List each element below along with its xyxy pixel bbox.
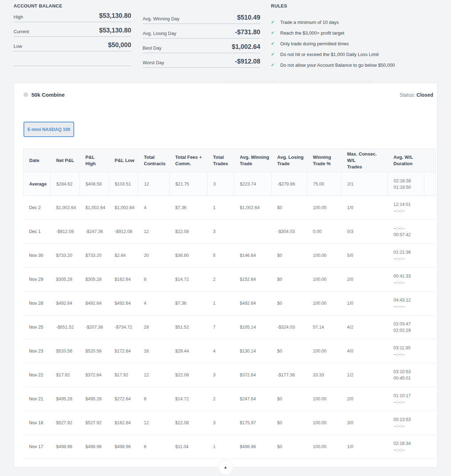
cell-pnl_high: $733.20: [80, 244, 109, 268]
page: ACCOUNT BALANCE High $53,130.80 Current …: [0, 0, 451, 476]
cell-spacer: [424, 435, 436, 459]
column-header: Max. Consec. W/L Trades: [342, 149, 388, 172]
cell-spacer: [424, 172, 436, 196]
cell-trades: 2: [207, 268, 234, 292]
cell-avg_win: [234, 220, 272, 244]
cell-date: Dec 2: [24, 196, 51, 220]
cell-date: Nov 23: [24, 339, 51, 363]
rule-item: ✓ Only trade during permitted times: [271, 40, 439, 47]
cell-duration: 00:41:33--:--:--: [388, 268, 424, 292]
card-title: 50k Combine: [31, 92, 65, 98]
cell-net_pnl: $17.92: [51, 363, 80, 387]
stat-row: Avg, Losing Day -$731.80: [143, 24, 260, 39]
cell-win_pct: 75.00: [307, 172, 342, 196]
tab-emini-nasdaq-100[interactable]: E-mini NASDAQ 100: [24, 122, 74, 137]
column-header: Winning Trade %: [307, 149, 342, 172]
table-header-row: DateNet P&LP&L HighP&L LowTotal Contract…: [24, 149, 436, 172]
rule-item: ✓ Reach the $3,000+ profit target: [271, 30, 439, 36]
balance-rows: High $53,130.80 Current $53,130.80 Low $…: [14, 7, 131, 66]
cell-avg_lose: $0: [272, 196, 307, 220]
cell-trades: 3: [207, 172, 234, 196]
cell-fees: $7.36: [170, 196, 207, 220]
cell-contracts: 12: [138, 220, 170, 244]
cell-avg_win: $1,002.64: [234, 196, 272, 220]
cell-fees: $14.72: [170, 268, 207, 292]
cell-trades: 7: [207, 315, 234, 339]
scroll-to-top-button[interactable]: ▲: [218, 460, 233, 475]
table-row: Dec 1-$912.08-$247.36-$912.0812$22.083-$…: [24, 220, 436, 244]
cell-duration: 04:43:12--:--:--: [388, 292, 424, 315]
cell-avg_win: $175.97: [234, 411, 272, 435]
rules-title: RULES: [271, 3, 287, 9]
stat-value: -$912.08: [235, 58, 260, 65]
cell-avg_lose: $0: [272, 339, 307, 363]
combine-card: 50k Combine Status: Closed E-mini NASDAQ…: [14, 83, 437, 467]
column-header: P&L High: [80, 149, 109, 172]
stat-label: Low: [14, 44, 22, 49]
table-row: Dec 2$1,002.64$1,002.64$1,002.644$7.361$…: [24, 196, 436, 220]
table-row: Nov 29$305.28$305.28$162.648$14.722$152.…: [24, 268, 436, 292]
cell-consec: 4/2: [342, 315, 388, 339]
cell-net_pnl: $305.28: [51, 268, 80, 292]
cell-fees: $29.44: [170, 339, 207, 363]
cell-net_pnl: -$912.08: [51, 220, 80, 244]
table-row: Nov 25-$551.52-$207.36-$734.7228$51.527$…: [24, 315, 436, 339]
cell-date: Dec 1: [24, 220, 51, 244]
cell-pnl_low: $162.64: [109, 268, 138, 292]
cell-date: Nov 30: [24, 244, 51, 268]
stat-row: High $53,130.80: [14, 7, 131, 22]
cell-win_pct: 100.00: [307, 196, 342, 220]
cell-pnl_low: $272.64: [109, 387, 138, 411]
rule-text: Trade a minimum of 10 days: [280, 20, 339, 25]
stat-row: Avg. Winning Day $510.49: [143, 9, 260, 24]
cell-pnl_high: $372.64: [80, 363, 109, 387]
cell-win_pct: 100.00: [307, 292, 342, 315]
card-header: 50k Combine Status: Closed: [24, 92, 433, 98]
rule-text: Do not allow your Account Balance to go …: [280, 62, 395, 68]
cell-duration: 01:21:36--:--:--: [388, 244, 424, 268]
cell-contracts: 4: [138, 196, 170, 220]
cell-avg_lose: $0: [272, 387, 307, 411]
cell-win_pct: 100.00: [307, 387, 342, 411]
cell-net_pnl: $492.64: [51, 292, 80, 315]
cell-contracts: 6: [138, 435, 170, 459]
cell-net_pnl: $495.28: [51, 387, 80, 411]
check-icon: ✓: [271, 52, 276, 57]
cell-avg_win: $492.64: [234, 292, 272, 315]
stat-label: Avg, Losing Day: [143, 31, 176, 36]
daily-pnl-table: DateNet P&LP&L HighP&L LowTotal Contract…: [23, 148, 436, 459]
column-header: Total Fees + Comm.: [170, 149, 207, 172]
cell-duration: --:--:--00:57:42: [388, 220, 424, 244]
stat-value: $53,130.80: [99, 12, 131, 20]
cell-win_pct: 100.00: [307, 435, 342, 459]
cell-fees: $22.08: [170, 220, 207, 244]
status: Status: Closed: [400, 92, 433, 98]
cell-trades: 2: [207, 387, 234, 411]
stat-label: Current: [14, 29, 29, 34]
rule-item: ✓ Trade a minimum of 10 days: [271, 19, 439, 25]
cell-pnl_high: $1,002.64: [80, 196, 109, 220]
cell-pnl_high: $527.92: [80, 411, 109, 435]
cell-spacer: [424, 339, 436, 363]
caret-up-icon: ▲: [224, 465, 227, 469]
column-header: P&L Low: [109, 149, 138, 172]
cell-pnl_low: $162.64: [109, 411, 138, 435]
status-label: Status:: [400, 92, 415, 98]
table-row: Nov 22$17.92$372.64$17.9212$22.083$372.6…: [24, 363, 436, 387]
cell-pnl_low: $498.96: [109, 435, 138, 459]
rule-text: Only trade during permitted times: [280, 41, 349, 46]
cell-spacer: [424, 315, 436, 339]
cell-duration: 03:11:30--:--:--: [388, 339, 424, 363]
cell-win_pct: 0.00: [307, 220, 342, 244]
cell-win_pct: 100.00: [307, 339, 342, 363]
table-row: Nov 28$492.64$492.64$492.644$7.361$492.6…: [24, 292, 436, 315]
cell-duration: 00:13:53--:--:--: [388, 411, 424, 435]
cell-contracts: 20: [138, 244, 170, 268]
cell-trades: 3: [207, 220, 234, 244]
cell-fees: $22.08: [170, 411, 207, 435]
cell-trades: 5: [207, 244, 234, 268]
cell-avg_lose: -$324.03: [272, 315, 307, 339]
cell-avg_lose: $0: [272, 435, 307, 459]
check-icon: ✓: [271, 62, 276, 67]
table-body: Average$284.62$408.58$103.5112$21.753$22…: [24, 172, 436, 459]
